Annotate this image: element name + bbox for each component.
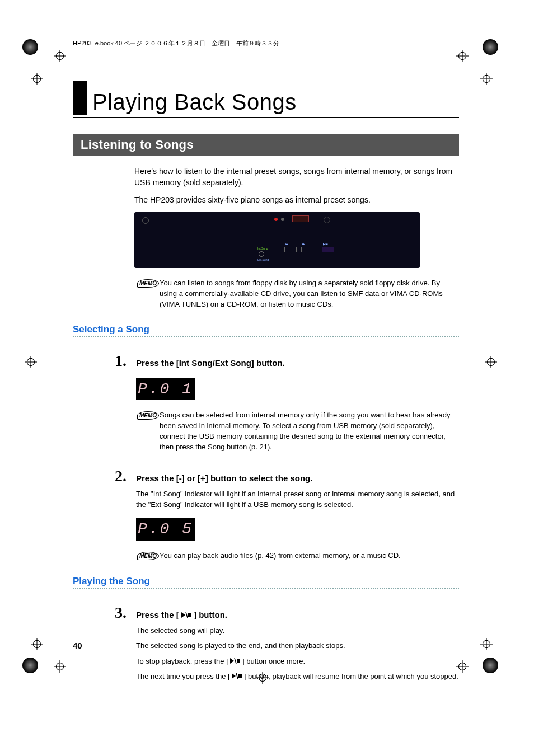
step-title: Press the [ ] button. [136,610,227,619]
corner-emblem [22,39,38,55]
step-3: 3. Press the [ ] button. [115,604,459,622]
chapter-bar-decoration [73,81,87,115]
page-content: HP203_e.book 40 ページ ２００６年１２月８日 金曜日 午前９時３… [73,39,459,687]
step-number: 1. [115,352,136,370]
registration-mark-icon [25,356,37,368]
memo-text: Songs can be selected from internal memo… [160,410,459,452]
page-number: 40 [73,641,82,650]
registration-mark-icon [480,638,493,650]
registration-mark-icon [480,73,493,85]
svg-line-37 [235,658,236,664]
sub-heading-playing: Playing the Song [73,576,459,587]
corner-emblem [483,658,498,673]
step-2: 2. Press the [-] or [+] button to select… [115,467,459,485]
intro-paragraph: Here's how to listen to the internal pre… [134,166,459,189]
registration-mark-icon [485,356,497,368]
sub-heading-selecting: Selecting a Song [73,324,459,335]
svg-line-40 [236,673,238,679]
registration-mark-icon [54,50,66,62]
intro-text: Here's how to listen to the internal pre… [134,166,459,205]
step-title: Press the [Int Song/Ext Song] button. [136,358,285,368]
pdf-header-line: HP203_e.book 40 ページ ２００６年１２月８日 金曜日 午前９時３… [73,39,459,48]
registration-mark-icon [54,660,66,673]
play-stop-icon [232,673,242,679]
memo-icon: MEMO [137,552,160,560]
display-readout: P.0 1 [136,378,195,400]
svg-marker-36 [230,658,234,664]
memo-text: You can listen to songs from floppy disk… [160,278,459,310]
step-body: The "Int Song" indicator will light if a… [136,489,459,510]
section-title: Listening to Songs [73,134,459,156]
memo-icon: MEMO [137,279,160,288]
memo-block: MEMO Songs can be selected from internal… [137,410,459,452]
registration-mark-icon [31,638,43,650]
svg-marker-33 [181,612,185,618]
svg-line-34 [186,612,188,618]
dotted-rule [73,336,459,337]
memo-block: MEMO You can listen to songs from floppy… [137,278,459,310]
step-body: The selected song will play. The selecte… [136,625,459,682]
memo-icon: MEMO [137,411,160,420]
chapter-title: Playing Back Songs [92,90,297,115]
svg-marker-39 [232,673,236,679]
corner-emblem [22,658,38,673]
display-readout: P.0 5 [136,518,195,541]
step-1: 1. Press the [Int Song/Ext Song] button. [115,352,459,370]
step-title: Press the [-] or [+] button to select th… [136,473,312,483]
registration-mark-icon [31,73,43,85]
dotted-rule [73,588,459,589]
play-stop-icon [230,658,240,664]
play-stop-icon [181,612,191,618]
chapter-rule [73,117,459,118]
step-number: 2. [115,467,136,485]
intro-paragraph: The HP203 provides sixty-five piano song… [134,194,459,205]
chapter-heading: Playing Back Songs [73,81,459,115]
control-panel-image: Int.Song Ext.Song ⏮ ⏭ ▶/■ [134,212,420,268]
memo-text: You can play back audio files (p. 42) fr… [160,551,401,561]
memo-block: MEMO You can play back audio files (p. 4… [137,551,459,561]
corner-emblem [483,39,498,55]
step-number: 3. [115,604,136,622]
